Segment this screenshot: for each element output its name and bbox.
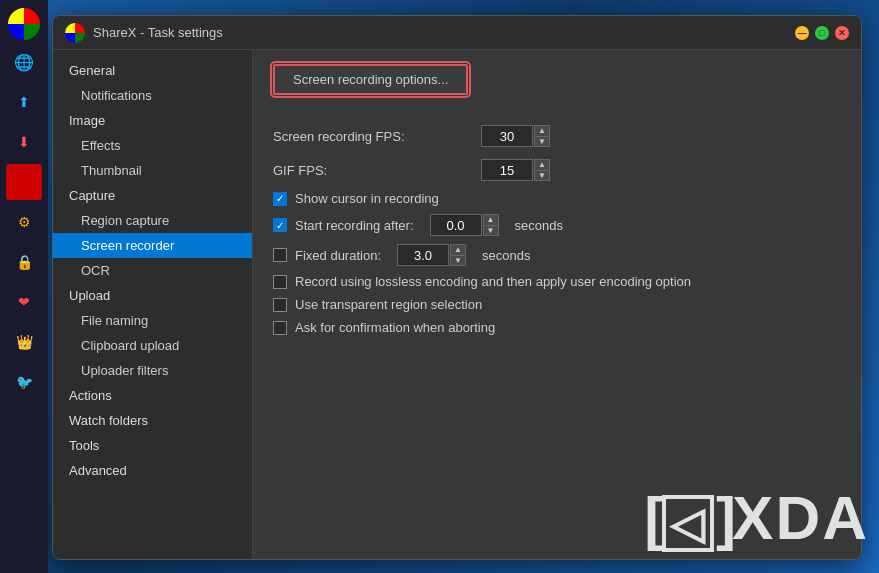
ask-confirmation-row: Ask for confirmation when aborting: [273, 320, 841, 335]
taskbar-icon-3[interactable]: ⬇: [6, 124, 42, 160]
ask-confirmation-label: Ask for confirmation when aborting: [295, 320, 495, 335]
close-button[interactable]: ✕: [835, 26, 849, 40]
fps-row: Screen recording FPS: ▲ ▼: [273, 123, 841, 149]
taskbar-icon-8[interactable]: 👑: [6, 324, 42, 360]
gif-fps-label: GIF FPS:: [273, 163, 473, 178]
start-after-down-button[interactable]: ▼: [483, 225, 499, 236]
start-after-up-button[interactable]: ▲: [483, 214, 499, 225]
taskbar-icon-1[interactable]: 🌐: [6, 44, 42, 80]
fixed-duration-checkbox[interactable]: [273, 248, 287, 262]
gif-fps-down-button[interactable]: ▼: [534, 170, 550, 181]
lossless-encoding-checkbox[interactable]: [273, 275, 287, 289]
fps-input[interactable]: [481, 125, 533, 147]
taskbar-icon-5[interactable]: ⚙: [6, 204, 42, 240]
sidebar-item-advanced[interactable]: Advanced: [53, 458, 252, 483]
maximize-button[interactable]: □: [815, 26, 829, 40]
title-bar: ShareX - Task settings — □ ✕: [53, 16, 861, 50]
sidebar-item-capture[interactable]: Capture: [53, 183, 252, 208]
sidebar-item-file-naming[interactable]: File naming: [53, 308, 252, 333]
transparent-region-row: Use transparent region selection: [273, 297, 841, 312]
show-cursor-label: Show cursor in recording: [295, 191, 439, 206]
minimize-button[interactable]: —: [795, 26, 809, 40]
fps-down-button[interactable]: ▼: [534, 136, 550, 147]
gif-fps-row: GIF FPS: ▲ ▼: [273, 157, 841, 183]
start-after-seconds-label: seconds: [515, 218, 563, 233]
lossless-encoding-label: Record using lossless encoding and then …: [295, 274, 691, 289]
taskbar-icon-4[interactable]: [6, 164, 42, 200]
window-title: ShareX - Task settings: [93, 25, 795, 40]
gif-fps-input[interactable]: [481, 159, 533, 181]
taskbar-icon-2[interactable]: ⬆: [6, 84, 42, 120]
fixed-duration-seconds-label: seconds: [482, 248, 530, 263]
sidebar-item-upload[interactable]: Upload: [53, 283, 252, 308]
gif-fps-spinner: ▲ ▼: [481, 159, 550, 181]
sidebar-item-image[interactable]: Image: [53, 108, 252, 133]
sidebar-item-watch-folders[interactable]: Watch folders: [53, 408, 252, 433]
content-area: Screen recording options... Screen recor…: [253, 50, 861, 559]
fps-up-button[interactable]: ▲: [534, 125, 550, 136]
lossless-encoding-row: Record using lossless encoding and then …: [273, 274, 841, 289]
fixed-duration-up-button[interactable]: ▲: [450, 244, 466, 255]
taskbar-icon-9[interactable]: 🐦: [6, 364, 42, 400]
sidebar-item-actions[interactable]: Actions: [53, 383, 252, 408]
taskbar-left: 🌐 ⬆ ⬇ ⚙ 🔒 ❤ 👑 🐦: [0, 0, 48, 573]
start-after-input[interactable]: [430, 214, 482, 236]
taskbar-icon-sharex[interactable]: [8, 8, 40, 40]
sidebar-item-tools[interactable]: Tools: [53, 433, 252, 458]
app-logo: [65, 23, 85, 43]
sidebar-item-notifications[interactable]: Notifications: [53, 83, 252, 108]
transparent-region-checkbox[interactable]: [273, 298, 287, 312]
gif-fps-spin-buttons: ▲ ▼: [534, 159, 550, 181]
start-recording-after-row: Start recording after: ▲ ▼ seconds: [273, 214, 841, 236]
start-after-spin-buttons: ▲ ▼: [483, 214, 499, 236]
fixed-duration-label: Fixed duration:: [295, 248, 381, 263]
fixed-duration-spinner: ▲ ▼: [397, 244, 466, 266]
fps-spinner: ▲ ▼: [481, 125, 550, 147]
fps-spin-buttons: ▲ ▼: [534, 125, 550, 147]
show-cursor-checkbox[interactable]: [273, 192, 287, 206]
window-controls: — □ ✕: [795, 26, 849, 40]
taskbar-icon-6[interactable]: 🔒: [6, 244, 42, 280]
fixed-duration-row: Fixed duration: ▲ ▼ seconds: [273, 244, 841, 266]
screen-recording-options-button[interactable]: Screen recording options...: [273, 64, 468, 95]
window-body: General Notifications Image Effects Thum…: [53, 50, 861, 559]
sidebar-item-clipboard-upload[interactable]: Clipboard upload: [53, 333, 252, 358]
transparent-region-label: Use transparent region selection: [295, 297, 482, 312]
gif-fps-up-button[interactable]: ▲: [534, 159, 550, 170]
fixed-duration-input[interactable]: [397, 244, 449, 266]
sidebar-item-screen-recorder[interactable]: Screen recorder: [53, 233, 252, 258]
sidebar-item-thumbnail[interactable]: Thumbnail: [53, 158, 252, 183]
sidebar-item-region-capture[interactable]: Region capture: [53, 208, 252, 233]
start-after-spinner: ▲ ▼: [430, 214, 499, 236]
sidebar-item-ocr[interactable]: OCR: [53, 258, 252, 283]
fps-label: Screen recording FPS:: [273, 129, 473, 144]
taskbar-icon-7[interactable]: ❤: [6, 284, 42, 320]
main-window: ShareX - Task settings — □ ✕ General Not…: [52, 15, 862, 560]
sidebar-item-general[interactable]: General: [53, 58, 252, 83]
sidebar-item-effects[interactable]: Effects: [53, 133, 252, 158]
start-recording-after-checkbox[interactable]: [273, 218, 287, 232]
ask-confirmation-checkbox[interactable]: [273, 321, 287, 335]
fixed-duration-spin-buttons: ▲ ▼: [450, 244, 466, 266]
start-recording-after-label: Start recording after:: [295, 218, 414, 233]
sidebar: General Notifications Image Effects Thum…: [53, 50, 253, 559]
show-cursor-row: Show cursor in recording: [273, 191, 841, 206]
sidebar-item-uploader-filters[interactable]: Uploader filters: [53, 358, 252, 383]
fixed-duration-down-button[interactable]: ▼: [450, 255, 466, 266]
